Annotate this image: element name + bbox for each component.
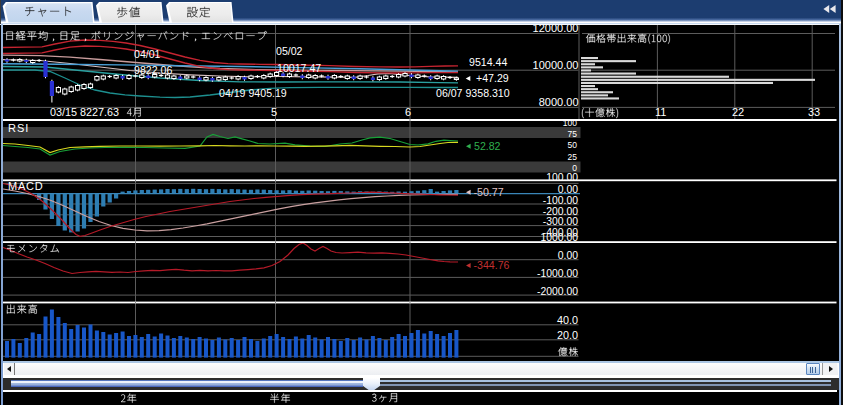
svg-text:04/19 9405.19: 04/19 9405.19 <box>219 87 287 99</box>
svg-text:25: 25 <box>568 152 578 162</box>
svg-text:50: 50 <box>568 140 578 150</box>
svg-text:20.0: 20.0 <box>557 329 578 341</box>
svg-text:5: 5 <box>271 106 277 118</box>
svg-text:05/02: 05/02 <box>276 45 303 57</box>
svg-text:40.0: 40.0 <box>557 314 578 326</box>
svg-text:-200.00: -200.00 <box>543 206 578 217</box>
svg-text:33: 33 <box>808 106 820 118</box>
svg-text:RSI: RSI <box>8 122 29 134</box>
svg-text:100.00: 100.00 <box>546 172 578 183</box>
svg-text:100: 100 <box>563 118 577 128</box>
svg-text:0.00: 0.00 <box>558 250 578 261</box>
svg-text:10017.47: 10017.47 <box>277 62 321 74</box>
svg-text:0.00: 0.00 <box>558 184 578 195</box>
svg-text:11: 11 <box>655 106 666 118</box>
svg-text:03/15 8227.63: 03/15 8227.63 <box>50 106 119 118</box>
svg-text:-2000.00: -2000.00 <box>537 286 578 297</box>
svg-text:52.82: 52.82 <box>474 140 501 152</box>
svg-text:-300.00: -300.00 <box>543 216 578 227</box>
svg-text:MACD: MACD <box>8 180 44 192</box>
svg-text:10000.00: 10000.00 <box>533 59 579 71</box>
svg-text:-100.00: -100.00 <box>543 195 578 206</box>
svg-text:1000.00: 1000.00 <box>540 232 578 243</box>
svg-text:-50.77: -50.77 <box>474 186 504 198</box>
svg-text:9514.44: 9514.44 <box>469 56 507 68</box>
svg-text:-344.76: -344.76 <box>474 259 510 271</box>
svg-text:6: 6 <box>405 106 411 118</box>
svg-text:+47.29: +47.29 <box>476 72 509 84</box>
svg-text:8000.00: 8000.00 <box>539 96 579 108</box>
svg-text:75: 75 <box>568 129 578 139</box>
svg-text:22: 22 <box>732 106 744 118</box>
svg-text:04/01: 04/01 <box>134 48 161 60</box>
svg-text:06/07 9358.310: 06/07 9358.310 <box>436 87 510 99</box>
svg-text:9822.06: 9822.06 <box>134 64 172 76</box>
svg-text:-1000.00: -1000.00 <box>537 268 578 279</box>
